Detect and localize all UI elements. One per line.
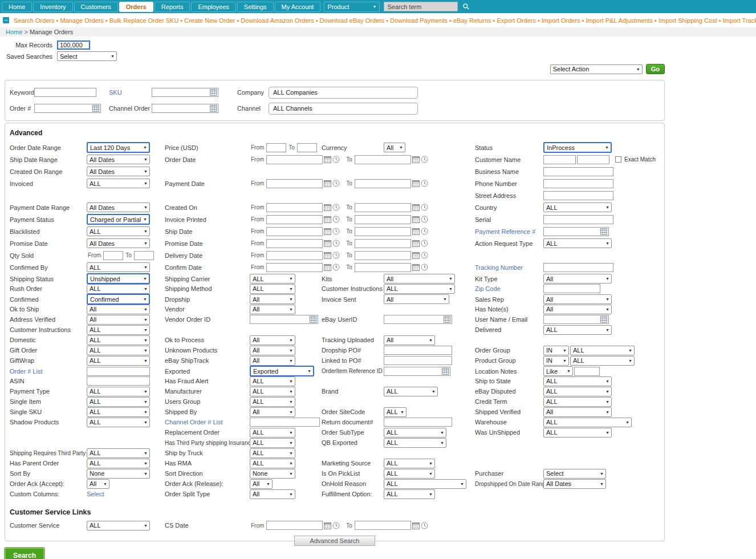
exact-match-checkbox[interactable] <box>615 156 621 163</box>
delivery-date-from-input[interactable] <box>266 251 323 260</box>
vendor-select[interactable]: All▼ <box>250 305 295 314</box>
vendor-order-id-input[interactable] <box>250 315 318 324</box>
collapse-icon[interactable]: – <box>3 17 9 23</box>
qty-sold-from-input[interactable] <box>103 251 123 260</box>
manufacturer-select[interactable]: ALL▼ <box>250 387 295 396</box>
order-split-type-select[interactable]: All▼ <box>250 489 295 499</box>
clock-icon[interactable] <box>332 204 340 211</box>
is-on-picklist-select[interactable]: ALL▼ <box>384 469 435 479</box>
subnav-link-download-ebay-orders[interactable]: Download eBay Orders <box>320 17 385 24</box>
subnav-link-download-amazon-orders[interactable]: Download Amazon Orders <box>241 17 314 24</box>
dropship-select[interactable]: All▼ <box>250 294 295 304</box>
calendar-icon[interactable] <box>412 228 420 235</box>
calendar-icon[interactable] <box>412 264 420 271</box>
calendar-icon[interactable] <box>412 522 420 529</box>
lookup-icon[interactable] <box>600 228 607 235</box>
invoice-printed-from-input[interactable] <box>266 215 323 224</box>
channel-order-list-label[interactable]: Channel Order # List <box>165 419 250 426</box>
ship-by-truck-select[interactable]: ALL▼ <box>250 448 295 458</box>
promise-date-from-input[interactable] <box>266 239 323 248</box>
order-date-range-select[interactable]: Last 120 Days▼ <box>87 142 150 153</box>
single-item-select[interactable]: ALL▼ <box>87 397 150 407</box>
subnav-link-download-payments[interactable]: Download Payments <box>390 17 448 24</box>
subnav-link-bulk-replace-order-sku[interactable]: Bulk Replace Order SKU <box>109 17 179 24</box>
action-request-type-select[interactable]: ALL▼ <box>543 238 612 248</box>
replacement-order-select[interactable]: ALL▼ <box>250 428 295 438</box>
confirm-date-from-input[interactable] <box>266 263 323 272</box>
dropship-po-input[interactable] <box>384 346 452 355</box>
blacklisted-select[interactable]: ALL▼ <box>87 226 150 236</box>
fulfillment-option-select[interactable]: ALL▼ <box>384 489 435 499</box>
has-third-party-shipping-insurance-select[interactable]: ALL▼ <box>250 438 295 448</box>
ebay-userid-input[interactable] <box>384 315 452 324</box>
customer-instructions-select[interactable]: ALL▼ <box>384 284 455 294</box>
location-notes-match-select[interactable]: Like▼ <box>543 366 573 376</box>
channel-input[interactable] <box>269 103 418 115</box>
ship-date-to-input[interactable] <box>355 227 411 236</box>
purchaser-select[interactable]: Select▼ <box>543 469 606 479</box>
street-address-input[interactable] <box>543 191 613 200</box>
product-group-select[interactable]: ALL▼ <box>570 356 635 366</box>
saved-searches-select[interactable]: Select ▼ <box>57 51 117 61</box>
qb-exported-select[interactable]: ALL▼ <box>384 438 446 448</box>
cs-date-from-input[interactable] <box>266 521 323 530</box>
tab-reports[interactable]: Reports <box>155 2 190 12</box>
zip-code-input[interactable] <box>543 284 600 293</box>
calendar-icon[interactable] <box>324 156 331 163</box>
calendar-icon[interactable] <box>412 216 420 223</box>
tab-orders[interactable]: Orders <box>119 2 153 12</box>
tab-my-account[interactable]: My Account <box>275 2 321 12</box>
payment-type-select[interactable]: ALL▼ <box>87 387 150 396</box>
ship-to-state-select[interactable]: ALL▼ <box>543 376 612 386</box>
go-button[interactable]: Go <box>646 64 665 74</box>
serial-input[interactable] <box>543 215 613 224</box>
subnav-link-manage-orders[interactable]: Manage Orders <box>60 17 103 24</box>
breadcrumb-home-link[interactable]: Home <box>6 29 22 35</box>
phone-number-input[interactable] <box>543 179 613 188</box>
select-action-dropdown[interactable]: Select Action ▼ <box>550 64 643 74</box>
channel-order-number-input[interactable] <box>152 104 218 113</box>
tracking-uploaded-select[interactable]: All▼ <box>384 335 435 345</box>
company-input[interactable] <box>269 87 418 99</box>
clock-icon[interactable] <box>332 180 340 187</box>
return-document-input[interactable] <box>384 418 452 427</box>
calendar-icon[interactable] <box>324 216 331 223</box>
ship-date-range-select[interactable]: All Dates▼ <box>87 155 150 164</box>
clock-icon[interactable] <box>421 228 428 235</box>
clock-icon[interactable] <box>332 240 340 247</box>
custom-columns-link[interactable]: Select <box>87 491 104 497</box>
business-name-input[interactable] <box>543 167 613 176</box>
has-parent-order-select[interactable]: ALL▼ <box>87 459 150 468</box>
product-group-in-select[interactable]: IN▼ <box>543 356 569 366</box>
tracking-number-input[interactable] <box>543 263 613 272</box>
subnav-link-create-new-order[interactable]: Create New Order <box>184 17 235 24</box>
lookup-icon[interactable] <box>210 105 217 112</box>
orderitem-reference-id-input[interactable] <box>384 367 450 376</box>
shipping-requires-third-party-select[interactable]: ALL▼ <box>87 448 150 458</box>
country-select[interactable]: ALL▼ <box>543 202 612 212</box>
ebay-disputed-select[interactable]: ALL▼ <box>543 387 612 396</box>
search-button[interactable]: Search <box>5 548 44 559</box>
advanced-search-button[interactable]: Advanced Search <box>294 536 375 546</box>
domestic-select[interactable]: ALL▼ <box>87 335 150 345</box>
dropshipped-on-date-range-select[interactable]: All Dates▼ <box>543 479 606 489</box>
confirm-date-to-input[interactable] <box>355 263 411 272</box>
subnav-link-import-tracking-info[interactable]: Import Tracking Info <box>723 17 756 24</box>
delivery-date-to-input[interactable] <box>355 251 411 260</box>
asin-input[interactable] <box>87 376 150 386</box>
ok-to-ship-select[interactable]: All▼ <box>87 305 150 314</box>
lookup-icon[interactable] <box>310 316 316 323</box>
lookup-icon[interactable] <box>600 316 607 323</box>
unknown-products-select[interactable]: All▼ <box>250 346 295 355</box>
order-sitecode-select[interactable]: ALL▼ <box>384 407 407 417</box>
order-ack-release-select[interactable]: All▼ <box>250 479 273 489</box>
payment-reference-input[interactable] <box>543 227 609 236</box>
subnav-link-export-orders[interactable]: Export Orders <box>497 17 535 24</box>
sales-rep-select[interactable]: All▼ <box>543 294 612 304</box>
users-group-select[interactable]: ALL▼ <box>250 397 295 407</box>
order-subtype-select[interactable]: ALL▼ <box>384 428 446 438</box>
sort-by-select[interactable]: None▼ <box>87 469 150 479</box>
calendar-icon[interactable] <box>324 204 331 211</box>
channel-order-list-input[interactable] <box>250 418 320 427</box>
clock-icon[interactable] <box>421 156 428 163</box>
